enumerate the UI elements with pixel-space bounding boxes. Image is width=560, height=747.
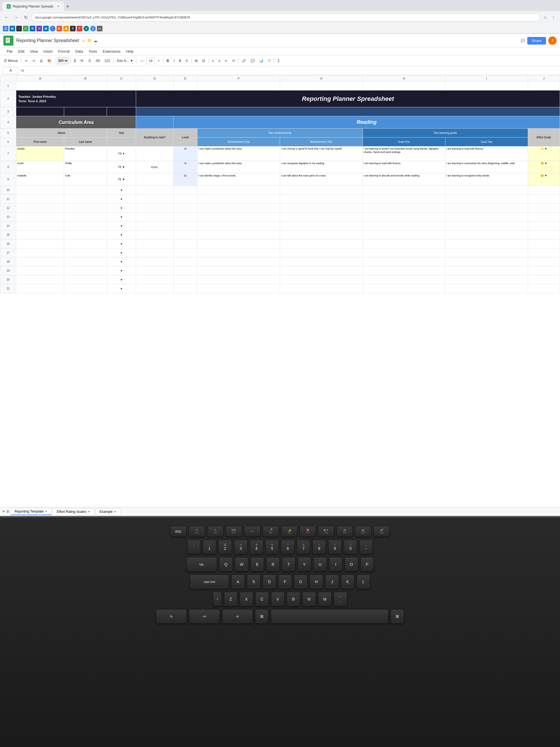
cell-arabella-year[interactable]: Y2 ▼ [107,173,136,186]
key-y[interactable]: Y [298,557,311,572]
cell-ach2-header[interactable]: Achievement Two [280,137,363,147]
key-shift-left-icon[interactable]: ⬆ [213,592,222,607]
cell-e1[interactable] [173,81,197,91]
key-space[interactable] [271,609,389,624]
key-0[interactable]: )0 [344,540,357,554]
cell-goals-header[interactable]: Two learning goals [363,129,528,137]
cell-ach1-header[interactable]: Achievement One [197,137,280,147]
key-9[interactable]: (9 [328,540,342,554]
toolbar-rotate[interactable]: ↺ [231,57,237,65]
key-2[interactable]: @2 [218,540,232,554]
toolbar-paintformat[interactable]: 🎨 [46,57,53,65]
cell-c1[interactable] [107,81,136,91]
key-tilde[interactable]: ~` [187,540,201,554]
font-size-input[interactable] [146,57,155,64]
cell-curtis-level[interactable]: I5 [173,161,197,173]
col-header-d[interactable]: D [136,75,173,81]
cell-arabella-lastname[interactable]: Cole [64,173,107,186]
key-v[interactable]: V [271,592,285,607]
menu-extensions[interactable]: Extensions [101,48,123,55]
col-header-j[interactable]: J [528,75,560,81]
cell-e4[interactable] [136,116,173,129]
cell-jordan-year[interactable]: Y3 ▼ [107,147,136,161]
key-g[interactable]: G [294,574,308,589]
cell-goal2-header[interactable]: Goal Two [445,137,528,147]
cell-d1[interactable] [136,81,173,91]
toolbar-italic[interactable]: I [172,57,176,65]
toolbar-align[interactable]: ≡ [210,57,216,65]
cell-curtis-note[interactable]: ESOL [136,161,173,173]
cell-reference-input[interactable] [2,67,19,74]
address-bar-input[interactable] [31,13,540,22]
key-caps-lock[interactable]: caps lock [190,574,229,589]
refresh-button[interactable]: ↻ [22,14,30,21]
key-f7[interactable]: 🔇F7 [300,526,316,537]
toolbar-minus[interactable]: — [139,57,145,65]
cell-effort-header[interactable]: Effort Scale [528,129,560,147]
key-o[interactable]: O [345,557,358,572]
cell-name-header[interactable]: Name [16,129,107,137]
cell-arabella-ach2[interactable]: I can talk about the main parts of a sto… [280,173,363,186]
cell-year-header[interactable]: Year [107,129,136,137]
key-m[interactable]: M [318,592,331,607]
key-q[interactable]: Q [219,557,233,572]
settings-icon[interactable]: ⋮ [550,14,557,21]
sheet-tab-example[interactable]: Example ▼ [96,508,121,515]
key-a[interactable]: A [231,574,245,589]
toolbar-link[interactable]: 🔗 [240,57,248,65]
tab-close-button[interactable]: × [57,4,59,8]
cloud-icon[interactable]: ☁ [94,38,98,43]
cell-arabella-ach1[interactable]: I can identify Stage 1 first sounds [197,173,280,186]
key-t[interactable]: T [282,557,295,572]
key-l[interactable]: L [357,574,370,589]
key-comma[interactable]: <, [334,592,347,607]
key-f10[interactable]: 🔉F10 [355,526,371,537]
cell-jordan-lastname[interactable]: Priestley [64,147,107,161]
folder-icon[interactable]: 📁 [87,38,92,43]
cell-anything-header[interactable]: Anything to note? [136,129,173,147]
col-header-g[interactable]: G [280,75,363,81]
toolbar-menus[interactable]: ☰ Menus [2,57,20,65]
cell-level-header[interactable]: Level [173,129,197,147]
cell-main-title[interactable]: Reporting Planner Spreadsheet [136,91,560,107]
cell-i1[interactable] [445,81,528,91]
cell-curtis-goal2[interactable]: I am learning to summarise the story (be… [445,161,528,173]
toolbar-undo[interactable]: ↩ [23,57,29,65]
cell-curtis-firstname[interactable]: Curtis [16,161,64,173]
toolbar-font-color[interactable]: A [184,57,190,65]
key-minus[interactable]: _- [359,540,373,554]
cell-lastname-header[interactable]: Last name [64,137,107,147]
cell-arabella-firstname[interactable]: Arabella [16,173,64,186]
toolbar-strikethrough[interactable]: S [177,57,183,65]
key-u[interactable]: U [313,557,327,572]
key-f9[interactable]: ⏮F9 [337,526,353,537]
toolbar-functions[interactable]: Σ [276,57,281,65]
sheet-list-button[interactable]: ≡ [6,509,9,515]
toolbar-currency[interactable]: $ [72,57,78,65]
menu-view[interactable]: View [28,48,40,55]
key-d[interactable]: D [263,574,276,589]
forward-button[interactable]: → [12,14,20,21]
key-b[interactable]: B [287,592,300,607]
toolbar-decimal-more[interactable]: .00 [94,57,102,65]
cell-jordan-goal2[interactable]: I am learning to read with fluency [445,147,528,161]
key-n[interactable]: N [302,592,316,607]
cell-b1[interactable] [64,81,107,91]
key-f[interactable]: F [278,574,292,589]
cell-j1[interactable] [528,81,560,91]
key-6[interactable]: ^6 [281,540,295,554]
cell-arabella-goal1[interactable]: I am learning to decode and encode while… [363,173,445,186]
cell-arabella-effort[interactable]: 😊 ▼ [528,173,560,186]
key-1[interactable]: !1 [203,540,216,554]
toolbar-font[interactable]: Edu N... ▼ [115,57,135,65]
menu-insert[interactable]: Insert [41,48,55,55]
toolbar-decimal-less[interactable]: .0 [86,57,92,65]
key-z[interactable]: Z [224,592,237,607]
key-f2[interactable]: ☀F2 [207,526,223,537]
menu-format[interactable]: Format [56,48,72,55]
key-x[interactable]: X [240,592,253,607]
col-header-b[interactable]: B [64,75,107,81]
sheet-tab-dropdown-3[interactable]: ▼ [114,510,116,513]
sheets-document-title[interactable]: Reporting Planner Spreadsheet [16,38,79,43]
toolbar-percent[interactable]: % [79,57,85,65]
